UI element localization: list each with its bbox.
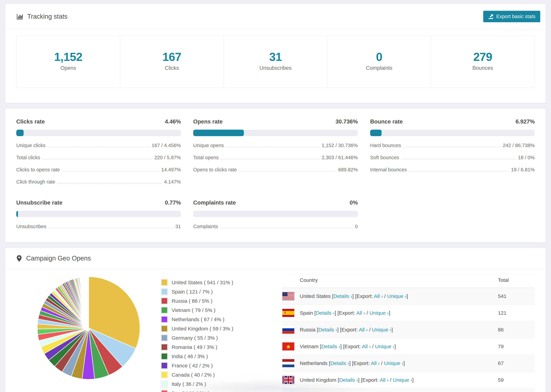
export-unique-link[interactable]: Unique › [375, 343, 395, 349]
geo-table-row [282, 388, 535, 392]
legend-item-germany[interactable]: Germany ( 55 / 3% ) [161, 334, 257, 341]
dotted-leader [239, 171, 336, 171]
stat-cell-unsubscribes: 31Unsubscribes [224, 36, 327, 88]
rate-block-opens-rate: Opens rate30.736%Unique opens1,152 / 30.… [193, 118, 358, 185]
rate-detail-value: 167 / 4.456% [152, 143, 181, 148]
rate-progress-bar [16, 130, 181, 136]
rate-detail-row: Internal bounces19 / 6.81% [370, 167, 535, 173]
rate-progress-fill [16, 211, 18, 217]
legend-item-united-states[interactable]: United States ( 541 / 31% ) [161, 279, 257, 286]
rate-detail-value: 14.497% [161, 167, 181, 173]
country-cell: Vietnam [Details ›] [Export: All › / Uni… [300, 343, 498, 350]
total-cell: 541 [498, 293, 535, 299]
total-cell: 121 [498, 310, 535, 316]
legend-item-brazil[interactable]: Brazil ( 33 / 2% ) [161, 390, 257, 392]
legend-label: United Kingdom ( 59 / 3% ) [172, 326, 233, 332]
tracking-stats-card: Tracking stats Export basic stats 1,152O… [5, 4, 546, 103]
legend-item-india[interactable]: India ( 46 / 3% ) [161, 353, 257, 360]
column-header-country: Country [282, 277, 498, 283]
total-cell: 86 [498, 327, 535, 333]
total-cell: 59 [498, 377, 535, 383]
rate-detail-row: Clicks to opens rate14.497% [16, 167, 181, 173]
legend-swatch [161, 325, 168, 332]
legend-item-canada[interactable]: Canada ( 40 / 2% ) [161, 371, 257, 378]
section-title: Campaign Geo Opens [26, 255, 91, 262]
rate-progress-fill [193, 130, 244, 136]
export-unique-link[interactable]: Unique › [387, 293, 406, 299]
details-link[interactable]: Details › [339, 377, 358, 383]
geo-table-row-united-kingdom: United Kingdom [Details ›] [Export: All … [282, 371, 535, 388]
rate-detail-label: Unique clicks [16, 143, 46, 148]
details-link[interactable]: Details › [318, 327, 337, 332]
details-link[interactable]: Details › [333, 293, 352, 299]
rate-progress-fill [16, 130, 24, 136]
pie-legend: United States ( 541 / 31% )Spain ( 121 /… [161, 274, 257, 392]
legend-label: Brazil ( 33 / 2% ) [172, 391, 210, 392]
legend-label: France ( 42 / 2% ) [172, 363, 213, 369]
geo-table-body: United States [Details ›] [Export: All ›… [282, 288, 535, 392]
export-all-link[interactable]: All › [362, 343, 371, 349]
tracking-stats-title: Tracking stats [16, 13, 67, 20]
country-cell: United States [Details ›] [Export: All ›… [300, 293, 498, 299]
legend-swatch [161, 371, 168, 378]
stat-cell-clicks: 167Clicks [120, 36, 224, 88]
export-all-link[interactable]: All › [359, 327, 368, 332]
geo-opens-pie-chart[interactable] [35, 275, 142, 381]
export-all-link[interactable]: All › [374, 293, 383, 299]
legend-item-france[interactable]: France ( 42 / 2% ) [161, 362, 257, 369]
stat-cell-opens: 1,152Opens [17, 36, 120, 88]
rate-progress-bar [16, 211, 181, 217]
stat-label: Opens [17, 65, 120, 71]
export-all-link[interactable]: All › [356, 310, 365, 316]
geo-pie-wrap [16, 274, 161, 392]
details-link[interactable]: Details › [321, 343, 340, 349]
legend-item-netherlands[interactable]: Netherlands ( 67 / 4% ) [161, 316, 257, 323]
legend-item-italy[interactable]: Italy ( 36 / 2% ) [161, 381, 257, 388]
legend-label: Vietnam ( 79 / 5% ) [172, 307, 215, 313]
rate-progress-fill [370, 130, 381, 136]
rate-detail-row: Opens to clicks rate689.82% [193, 167, 358, 173]
bar-chart-icon [16, 13, 23, 20]
export-unique-link[interactable]: Unique › [369, 310, 389, 316]
legend-swatch [161, 353, 168, 360]
details-link[interactable]: Details › [330, 360, 349, 366]
legend-item-united-kingdom[interactable]: United Kingdom ( 59 / 3% ) [161, 325, 257, 332]
page-title: Tracking stats [27, 13, 67, 20]
total-cell: 67 [498, 360, 535, 366]
legend-item-vietnam[interactable]: Vietnam ( 79 / 5% ) [161, 307, 257, 314]
legend-swatch [161, 381, 168, 388]
stat-cell-complaints: 0Complaints [327, 36, 431, 88]
rate-detail-row: Unique opens1,152 / 30.736% [193, 143, 358, 148]
legend-swatch [161, 316, 168, 323]
export-all-link[interactable]: All › [371, 360, 380, 366]
export-unique-link[interactable]: Unique › [372, 327, 391, 332]
geo-table-row-united-states: United States [Details ›] [Export: All ›… [282, 288, 535, 304]
rate-detail-row: Total clicks220 / 5.87% [16, 155, 181, 161]
details-link[interactable]: Details › [316, 310, 335, 316]
export-unique-link[interactable]: Unique › [384, 360, 403, 366]
rate-detail-label: Hard bounces [370, 143, 401, 148]
export-basic-stats-button[interactable]: Export basic stats [483, 11, 540, 22]
legend-item-romania[interactable]: Romania ( 49 / 3% ) [161, 343, 257, 351]
export-unique-link[interactable]: Unique › [393, 377, 412, 383]
rate-detail-row: Complaints0 [193, 224, 358, 229]
legend-label: Romania ( 49 / 3% ) [172, 344, 217, 350]
export-all-link[interactable]: All › [380, 377, 389, 383]
rates-grid: Clicks rate4.46%Unique clicks167 / 4.456… [16, 118, 535, 229]
country-cell: United Kingdom [Details ›] [Export: All … [300, 377, 498, 383]
us-flag-icon [282, 292, 294, 300]
rate-detail-label: Total opens [193, 155, 219, 161]
geo-table-row-netherlands: Netherlands [Details ›] [Export: All › /… [282, 355, 535, 371]
legend-swatch [161, 343, 168, 351]
legend-swatch [161, 334, 168, 341]
legend-label: Italy ( 36 / 2% ) [172, 381, 206, 387]
rate-detail-label: Unsubscribes [16, 224, 46, 229]
stats-summary-strip: 1,152Opens167Clicks31Unsubscribes0Compla… [16, 35, 535, 88]
rate-value: 6.927% [516, 118, 535, 125]
rate-detail-value: 2,303 / 61.446% [322, 155, 358, 161]
legend-item-spain[interactable]: Spain ( 121 / 7% ) [161, 288, 257, 295]
rate-block-clicks-rate: Clicks rate4.46%Unique clicks167 / 4.456… [16, 118, 181, 185]
map-pin-icon [16, 255, 22, 262]
legend-item-russia[interactable]: Russia ( 86 / 5% ) [161, 297, 257, 304]
geo-table-header-row: Country Total [282, 274, 535, 288]
